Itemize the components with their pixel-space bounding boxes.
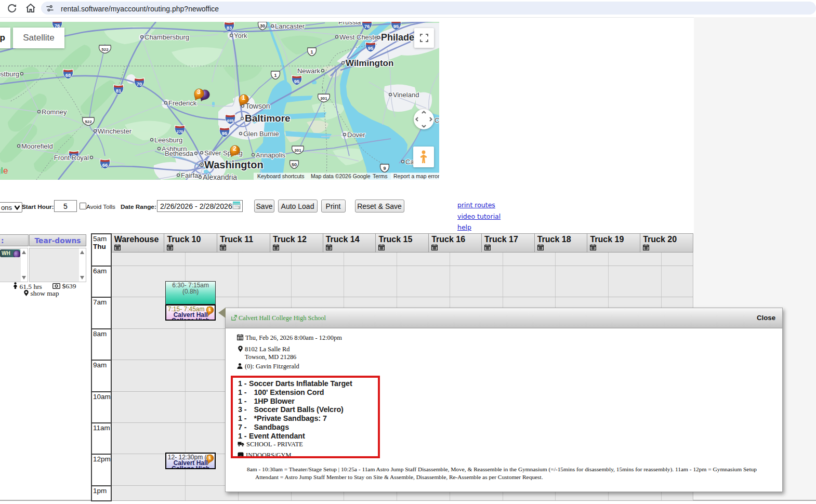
column-title: Truck 15 xyxy=(378,235,412,244)
setup-item-wh[interactable]: WH xyxy=(0,249,20,257)
pan-arrows-icon xyxy=(414,109,434,129)
popup-address1: 8102 La Salle Rd xyxy=(245,346,289,353)
popup-header: Calvert Hall College High School Close xyxy=(226,308,782,328)
pegman-button[interactable] xyxy=(413,147,434,167)
calendar-icon[interactable] xyxy=(484,244,491,250)
calendar-icon[interactable] xyxy=(378,244,385,250)
svg-text:Prussia: Prussia xyxy=(338,22,361,26)
map-label-front-royal: Front Royal xyxy=(54,154,93,162)
map-label-newark: Newark xyxy=(297,67,324,75)
column-header-warehouse[interactable]: Warehouse xyxy=(112,233,165,253)
reload-icon[interactable] xyxy=(6,2,18,15)
time-cell-11am: 11am xyxy=(91,423,112,455)
svg-text:Wilmington: Wilmington xyxy=(346,58,393,68)
time-cell-9am: 9am xyxy=(91,361,112,392)
svg-text:270: 270 xyxy=(177,129,183,134)
help-links: print routesvideo tutorialhelp xyxy=(457,201,501,235)
schedule-event[interactable]: 12- 12:30pm (0Calvert HallCollege High1 xyxy=(165,453,216,469)
time-cell-1pm: 1pm xyxy=(91,486,112,501)
url-bar[interactable]: rental.software/myaccount/routing.php?ne… xyxy=(41,2,816,15)
date-range-input[interactable] xyxy=(157,200,243,212)
time-cell-10am: 10am xyxy=(91,392,112,423)
column-header-truck-14[interactable]: Truck 14 xyxy=(323,233,376,253)
map-pin-icon xyxy=(24,290,29,296)
svg-text:95: 95 xyxy=(294,78,300,84)
svg-text:Washington: Washington xyxy=(204,159,264,170)
calendar-icon[interactable] xyxy=(590,244,596,250)
person-icon xyxy=(13,282,18,289)
satellite-button[interactable]: Satellite xyxy=(13,28,64,48)
column-header-truck-10[interactable]: Truck 10 xyxy=(164,233,217,253)
reset-save-button[interactable]: Reset & Save xyxy=(355,200,404,213)
column-header-truck-18[interactable]: Truck 18 xyxy=(535,233,588,253)
svg-text:C: C xyxy=(435,116,439,124)
calendar-icon[interactable] xyxy=(326,244,332,250)
column-header-truck-20[interactable]: Truck 20 xyxy=(640,233,693,253)
site-settings-icon[interactable] xyxy=(46,4,54,12)
column-header-truck-15[interactable]: Truck 15 xyxy=(376,233,429,253)
pan-control[interactable] xyxy=(414,109,434,129)
calendar-icon[interactable] xyxy=(431,244,438,250)
calendar-icon[interactable] xyxy=(273,244,279,250)
teardowns-scrollbar[interactable] xyxy=(79,248,86,282)
fullscreen-button[interactable] xyxy=(414,28,434,48)
schedule-event[interactable]: 6:30- 7:15am(0.8h) xyxy=(165,281,216,304)
close-button[interactable]: Close xyxy=(757,314,775,322)
column-title: Truck 16 xyxy=(431,235,465,244)
auto-load-button[interactable]: Auto Load xyxy=(278,200,318,213)
report-map-error-link[interactable]: Report a map error xyxy=(393,173,439,179)
map-data-text[interactable]: Map data ©2026 Google xyxy=(311,173,371,179)
svg-text:1: 1 xyxy=(242,94,245,101)
video-tutorial-link[interactable]: video tutorial xyxy=(457,213,501,220)
svg-text:West Chester: West Chester xyxy=(339,33,380,41)
annotation-red-box xyxy=(231,376,380,458)
map-type-button[interactable]: Map xyxy=(0,28,10,48)
calendar-icon[interactable] xyxy=(167,244,173,250)
start-hour-label: Start Hour: xyxy=(22,203,54,210)
svg-text:Dover: Dover xyxy=(347,131,365,139)
map-label-fairfax: Fairfax xyxy=(177,171,202,179)
event-balloon-icon: 1 xyxy=(206,306,214,317)
popup-title-link[interactable]: Calvert Hall College High School xyxy=(231,314,326,322)
person-icon xyxy=(237,363,243,369)
setups-list: WH xyxy=(0,248,28,282)
svg-text:3: 3 xyxy=(197,88,201,96)
setups-column-header: : xyxy=(0,234,29,246)
save-button[interactable]: Save xyxy=(254,200,274,213)
cost-total: $639 xyxy=(62,282,76,290)
calendar-icon[interactable] xyxy=(537,244,544,250)
calendar-icon[interactable] xyxy=(220,244,226,250)
print-button[interactable]: Print xyxy=(321,200,346,213)
home-icon[interactable] xyxy=(24,2,37,15)
options-select[interactable]: ons xyxy=(0,202,22,213)
column-header-truck-12[interactable]: Truck 12 xyxy=(270,233,323,253)
column-title: Truck 20 xyxy=(643,235,677,244)
calendar-icon[interactable] xyxy=(643,244,649,250)
terms-link[interactable]: Terms xyxy=(373,173,388,179)
column-title: Truck 18 xyxy=(537,235,571,244)
help-link[interactable]: help xyxy=(457,223,501,231)
svg-text:3: 3 xyxy=(238,206,240,209)
routing-toolbar: ons Start Hour: Avoid Tolls Date Range: … xyxy=(0,196,442,215)
start-hour-input[interactable] xyxy=(54,200,77,212)
column-header-truck-16[interactable]: Truck 16 xyxy=(429,233,482,253)
popup-contact: (0): Gavin Fitzgerald xyxy=(245,363,299,370)
svg-text:301: 301 xyxy=(320,96,327,101)
calendar-icon[interactable] xyxy=(114,244,121,250)
setups-scrollbar[interactable] xyxy=(21,248,28,282)
column-header-truck-11[interactable]: Truck 11 xyxy=(217,233,270,253)
svg-text:Frostburg: Frostburg xyxy=(0,70,19,78)
datepicker-calendar-icon[interactable]: 3 xyxy=(232,202,241,209)
google-map[interactable]: 7676833095959595116870818152252227066695… xyxy=(0,22,439,180)
column-header-truck-17[interactable]: Truck 17 xyxy=(482,233,535,253)
schedule-event[interactable]: 7:15- 7:45am (Calvert HallCollege High1 xyxy=(165,304,216,321)
show-map-link[interactable]: show map xyxy=(30,289,59,297)
column-title: Truck 17 xyxy=(484,235,518,244)
avoid-tolls-checkbox[interactable] xyxy=(80,203,86,209)
print-routes-link[interactable]: print routes xyxy=(457,201,501,209)
svg-text:68: 68 xyxy=(65,72,71,78)
schedule-grid-times: 5amThu6am7am8am9am10am11am12pm1pm xyxy=(91,233,112,234)
popup-address2: Towson, MD 21286 xyxy=(245,353,296,361)
keyboard-shortcuts-link[interactable]: Keyboard shortcuts xyxy=(257,173,304,179)
column-header-truck-19[interactable]: Truck 19 xyxy=(587,233,640,253)
